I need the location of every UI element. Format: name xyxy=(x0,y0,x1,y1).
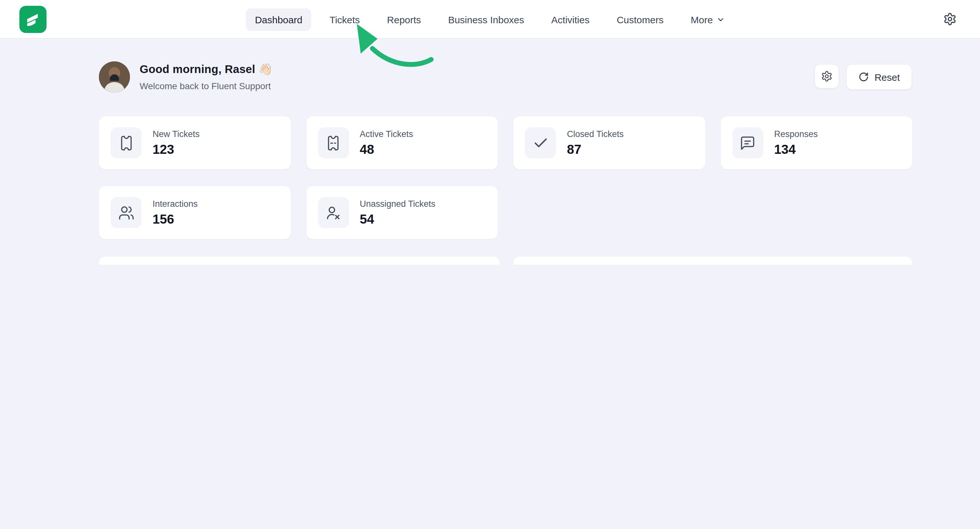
top-navbar: Dashboard Tickets Reports Business Inbox… xyxy=(0,0,980,39)
bookmarked-tickets-header[interactable]: Your Bookmarked Tickets xyxy=(99,257,500,265)
stat-value: 123 xyxy=(153,142,200,157)
dashboard-content: Good morning, Rasel 👋🏻 Welcome back to F… xyxy=(0,39,980,265)
stat-label: Closed Tickets xyxy=(567,129,624,139)
global-settings-button[interactable] xyxy=(939,8,961,30)
stat-value: 87 xyxy=(567,142,624,157)
bookmarked-tickets-panel: Your Bookmarked Tickets Install by hena … xyxy=(99,257,500,265)
ticket-icon xyxy=(118,135,134,151)
reset-button[interactable]: Reset xyxy=(846,64,912,90)
stat-card-responses: Responses 134 xyxy=(721,116,912,169)
dashboard-settings-button[interactable] xyxy=(815,64,839,89)
user-x-icon xyxy=(325,205,341,221)
ticket-lines-icon xyxy=(325,135,341,151)
stat-icon-tile xyxy=(111,127,142,158)
stat-card-new-tickets: New Tickets 123 xyxy=(99,116,291,169)
chevron-down-icon xyxy=(717,15,725,24)
stat-icon-tile xyxy=(111,197,142,228)
fluent-support-logo[interactable] xyxy=(19,5,46,33)
stat-value: 156 xyxy=(153,212,198,227)
nav-more-label: More xyxy=(691,14,713,25)
nav-tickets[interactable]: Tickets xyxy=(320,8,369,31)
stat-card-closed-tickets: Closed Tickets 87 xyxy=(513,116,705,169)
stat-label: Unassigned Tickets xyxy=(360,199,435,208)
nav-right xyxy=(939,8,961,30)
stat-icon-tile xyxy=(318,197,349,228)
stats-grid: New Tickets 123 xyxy=(99,116,912,239)
main-nav: Dashboard Tickets Reports Business Inbox… xyxy=(246,0,734,39)
fluent-support-dashboard: Dashboard Tickets Reports Business Inbox… xyxy=(0,0,980,265)
greeting-text: Good morning, Rasel 👋🏻 Welcome back to F… xyxy=(140,63,273,91)
stat-icon-tile xyxy=(318,127,349,158)
greeting-subtitle: Welcome back to Fluent Support xyxy=(140,81,273,91)
stat-card-interactions: Interactions 156 xyxy=(99,186,291,239)
greeting-message: Good morning, Rasel xyxy=(140,63,255,76)
stat-card-unassigned-tickets: Unassigned Tickets 54 xyxy=(306,186,498,239)
stat-label: Active Tickets xyxy=(360,129,413,139)
page-title: Good morning, Rasel 👋🏻 xyxy=(140,63,273,76)
stat-icon-tile xyxy=(525,127,556,158)
users-icon xyxy=(118,205,134,221)
avatar-photo xyxy=(99,61,130,92)
gear-icon xyxy=(943,12,956,26)
nav-reports[interactable]: Reports xyxy=(378,8,430,31)
stat-value: 48 xyxy=(360,142,413,157)
gear-icon xyxy=(821,70,833,82)
avatar xyxy=(99,61,130,92)
stat-value: 134 xyxy=(774,142,818,157)
greeting-section: Good morning, Rasel 👋🏻 Welcome back to F… xyxy=(99,61,912,92)
check-icon xyxy=(532,135,549,151)
nav-business-inboxes[interactable]: Business Inboxes xyxy=(439,8,533,31)
stat-label: Responses xyxy=(774,129,818,139)
suggested-tickets-header[interactable]: Here Are A Few Tickets You May Want To T… xyxy=(513,257,912,265)
refresh-icon xyxy=(859,72,869,82)
wave-emoji: 👋🏻 xyxy=(259,63,273,76)
nav-more[interactable]: More xyxy=(682,8,734,31)
stat-label: New Tickets xyxy=(153,129,200,139)
stat-card-active-tickets: Active Tickets 48 xyxy=(306,116,498,169)
nav-dashboard[interactable]: Dashboard xyxy=(246,8,312,31)
chat-bubble-icon xyxy=(740,135,756,151)
stat-value: 54 xyxy=(360,212,435,227)
nav-activities[interactable]: Activities xyxy=(542,8,598,31)
nav-customers[interactable]: Customers xyxy=(608,8,673,31)
header-actions: Reset xyxy=(815,64,912,90)
stat-icon-tile xyxy=(732,127,763,158)
suggested-tickets-panel: Here Are A Few Tickets You May Want To T… xyxy=(513,257,912,265)
logo-icon xyxy=(19,5,46,33)
stat-label: Interactions xyxy=(153,199,198,208)
reset-button-label: Reset xyxy=(875,71,900,83)
